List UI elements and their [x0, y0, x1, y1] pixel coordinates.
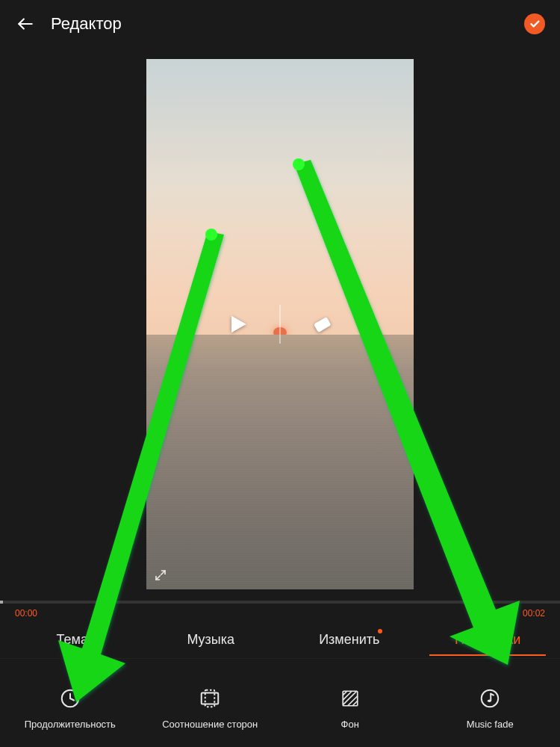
svg-line-13 [343, 691, 352, 700]
video-preview[interactable] [0, 48, 560, 601]
tool-label: Соотношение сторон [162, 719, 258, 730]
tool-label: Фон [341, 719, 359, 730]
tool-label: Продолжительность [25, 719, 116, 730]
time-row: 00:00 00:02 [0, 604, 560, 622]
pattern-icon [337, 686, 363, 711]
svg-line-15 [348, 695, 358, 705]
aspect-icon [197, 686, 223, 711]
checkmark-circle-icon [529, 18, 541, 30]
svg-marker-1 [231, 316, 246, 333]
tab-label: Изменить [319, 632, 379, 647]
clock-icon [57, 686, 83, 711]
tool-music-fade[interactable]: Music fade [420, 686, 561, 730]
svg-point-17 [482, 689, 499, 707]
header: Редактор [0, 0, 560, 48]
fullscreen-button[interactable] [152, 567, 169, 583]
eraser-icon [310, 311, 335, 337]
video-frame [146, 59, 414, 589]
time-start: 00:00 [15, 608, 37, 619]
notification-dot [378, 629, 382, 633]
tool-background[interactable]: Фон [280, 686, 420, 730]
preview-sky [146, 59, 414, 335]
expand-icon [154, 568, 167, 582]
back-arrow-icon [16, 14, 35, 34]
back-button[interactable] [15, 13, 36, 34]
timeline[interactable] [0, 601, 560, 604]
svg-point-18 [488, 699, 491, 702]
tab-theme[interactable]: Тема [3, 624, 142, 655]
tab-settings[interactable]: Настройки [419, 624, 558, 655]
done-button[interactable] [524, 13, 545, 34]
tools-row: Продолжительность Соотношение сторон Фон… [0, 659, 560, 747]
music-fade-icon [477, 686, 503, 711]
divider [280, 305, 281, 344]
play-icon [225, 311, 251, 337]
tool-duration[interactable]: Продолжительность [0, 686, 140, 730]
svg-rect-9 [202, 692, 219, 704]
tab-label: Музыка [187, 632, 234, 647]
overlay-controls [223, 305, 337, 344]
tab-label: Тема [57, 632, 88, 647]
page-title: Редактор [51, 14, 122, 34]
tool-aspect[interactable]: Соотношение сторон [140, 686, 281, 730]
header-left: Редактор [15, 13, 122, 34]
tool-label: Music fade [467, 719, 514, 730]
time-end: 00:02 [523, 608, 545, 619]
svg-line-16 [352, 701, 358, 706]
svg-line-8 [70, 698, 74, 701]
erase-button[interactable] [308, 309, 337, 339]
tab-label: Настройки [455, 632, 520, 647]
preview-sea [146, 335, 414, 589]
play-button[interactable] [223, 309, 253, 339]
tab-music[interactable]: Музыка [142, 624, 281, 655]
tab-edit[interactable]: Изменить [280, 624, 419, 655]
timeline-progress [0, 601, 3, 604]
tabs: Тема Музыка Изменить Настройки [0, 622, 560, 659]
